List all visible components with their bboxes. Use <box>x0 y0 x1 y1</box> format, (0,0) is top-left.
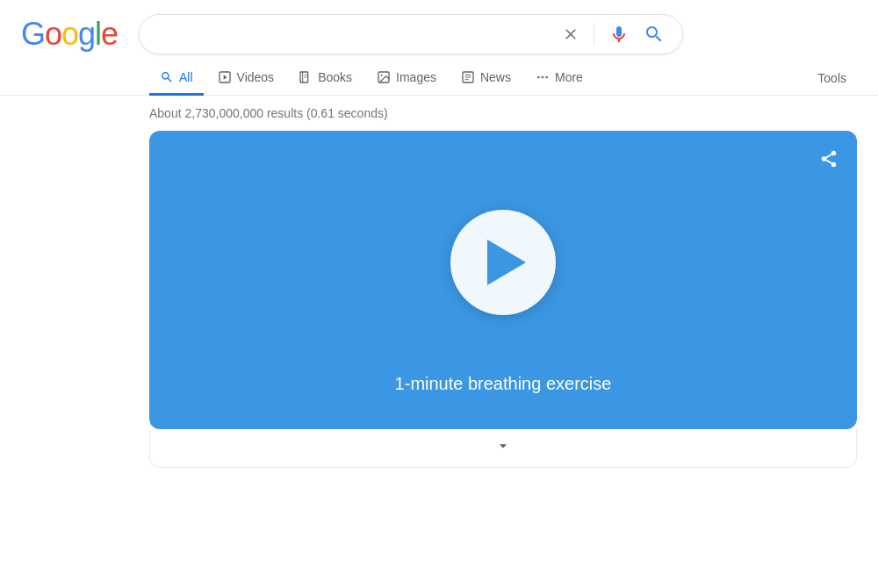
video-card[interactable]: 1-minute breathing exercise <box>149 131 857 429</box>
svg-point-17 <box>831 162 837 168</box>
video-title: 1-minute breathing exercise <box>395 374 612 394</box>
nav-item-all[interactable]: All <box>149 61 204 96</box>
nav-all-label: All <box>179 70 193 84</box>
clear-button[interactable] <box>558 22 583 47</box>
play-icon <box>218 70 232 84</box>
nav-books-label: Books <box>318 70 352 84</box>
search-input[interactable]: breathing exercise <box>154 25 551 44</box>
svg-point-14 <box>545 76 548 79</box>
nav-item-more[interactable]: More <box>525 61 594 96</box>
nav-images-label: Images <box>396 70 436 84</box>
results-info: About 2,730,000,000 results (0.61 second… <box>0 96 878 131</box>
voice-search-button[interactable] <box>605 20 633 48</box>
book-icon <box>299 70 313 84</box>
nav-videos-label: Videos <box>237 70 275 84</box>
svg-marker-1 <box>223 75 227 79</box>
play-triangle-icon <box>487 240 526 285</box>
svg-point-15 <box>831 151 837 156</box>
image-icon <box>377 70 391 84</box>
nav-tools-button[interactable]: Tools <box>807 62 857 94</box>
search-submit-button[interactable] <box>640 20 668 48</box>
expand-bar[interactable] <box>149 429 857 468</box>
chevron-down-icon <box>494 437 512 459</box>
nav-item-videos[interactable]: Videos <box>207 61 285 96</box>
search-divider <box>594 24 594 45</box>
svg-point-12 <box>537 76 540 79</box>
nav-item-news[interactable]: News <box>450 61 522 96</box>
results-count: About 2,730,000,000 results (0.61 second… <box>149 106 388 120</box>
google-logo[interactable]: Google <box>21 16 118 53</box>
share-button[interactable] <box>815 145 843 173</box>
search-loop-icon <box>160 70 174 84</box>
header: Google breathing exercise <box>0 0 878 61</box>
nav-news-label: News <box>480 70 511 84</box>
dots-icon <box>536 70 550 84</box>
nav-tools-label: Tools <box>817 71 846 85</box>
search-bar: breathing exercise <box>139 14 683 54</box>
nav-bar: All Videos Books <box>0 61 878 96</box>
svg-line-19 <box>826 154 831 158</box>
svg-point-16 <box>822 156 827 161</box>
news-icon <box>461 70 475 84</box>
play-button[interactable] <box>450 210 556 315</box>
svg-line-18 <box>826 160 831 163</box>
svg-point-7 <box>381 75 383 76</box>
nav-more-label: More <box>555 70 583 84</box>
svg-point-13 <box>542 76 544 79</box>
nav-item-books[interactable]: Books <box>288 61 363 96</box>
svg-rect-2 <box>300 72 308 82</box>
nav-item-images[interactable]: Images <box>366 61 447 96</box>
